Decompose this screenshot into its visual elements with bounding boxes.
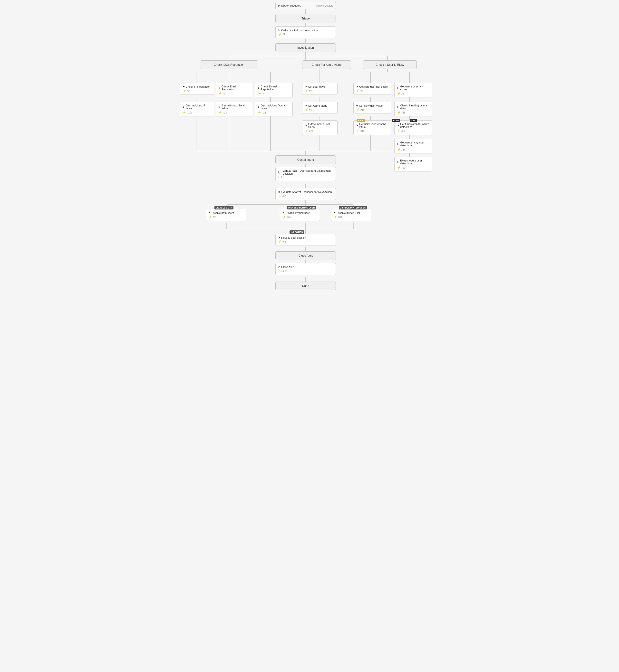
get-upn-lightning: ⚡ [305,89,308,92]
close-alert-node[interactable]: ➤ Close Alert ⚡ #33 [275,263,336,275]
get-azure-risky-detections-node[interactable]: ➤ Get Azure risky user detections ⚡ #16 [394,139,432,153]
check-user-risky-label: Check if User Is Risky [375,63,404,67]
disable-inviting-node[interactable]: ➤ Disable inviting user ⚡ #35 [280,209,320,221]
get-azure-risk-node[interactable]: ➤ Get Azure user risk score ⚡ #8 [394,83,432,97]
disable-invited-badge: DISABLE INVITED USER [339,206,367,210]
disable-invited-icon: ➤ [334,211,336,214]
triage-label: Triage [301,17,310,20]
revoke-session-icon: ➤ [278,236,280,239]
get-azure-alerts-node[interactable]: ➤ Get Azure alerts ⚡ #10 [302,102,338,114]
done-node[interactable]: Done [275,282,336,290]
extract-azure-detections-node[interactable]: ➤ Extract Azure user detections ⚡ #20 [394,157,432,171]
get-mal-domain-lightning: ⚡ [258,111,261,114]
trigger-label: Playbook Triggered [278,4,301,7]
no-action-badge: NO ACTION [289,230,304,234]
revoke-session-lightning: ⚡ [278,240,282,243]
check-iocs-node[interactable]: Check IOCs Reputation [200,60,258,69]
extract-azure-det-lightning: ⚡ [397,166,401,169]
get-timestamp-node[interactable]: ➤ Get timestamp for Azure detections ⚡ #… [394,120,432,135]
get-risky-value-icon: ◆ [356,104,358,107]
revoke-session-node[interactable]: ➤ Revoke user session ⚡ #38 [275,234,336,246]
get-malicious-ip-node[interactable]: ➤ Get malicious IP value ⚡ #20b [180,102,214,117]
disable-invited-lightning: ⚡ [334,215,337,219]
check-azure-alerts-node[interactable]: Check For Azure Alerts [302,60,351,69]
get-core-risk-node[interactable]: ➤ Get core user risk score ⚡ #7 [353,83,391,95]
check-domain-lightning: ⚡ [258,92,261,95]
check-email-node[interactable]: ➤ Check Email Reputation ⚡ #3 [216,83,252,97]
get-azure-risk-icon: ➤ [397,86,399,90]
trigger-links[interactable]: Inputs / Outputs [316,4,333,7]
check-azure-alerts-label: Check For Azure Alerts [312,63,342,67]
triage-node[interactable]: Triage [275,14,336,23]
evaluate-lightning: ⚡ [278,194,282,198]
disable-both-icon: ➤ [209,211,211,214]
get-malicious-email-node[interactable]: ➤ Get malicious Email value ⚡ #13 [216,102,252,117]
collect-node[interactable]: ➤ Collect invited user information ⚡ #1 [275,26,336,38]
get-risky-reasons-lightning: ⚡ [356,129,360,133]
check-iocs-label: Check IOCs Reputation [214,63,245,67]
get-azure-alerts-lightning: ⚡ [305,108,308,111]
manual-task-node[interactable]: 💬 Manual Task - User Account Disablement… [275,167,336,181]
close-alert-group-label: Close Alert [298,254,313,257]
disable-both-node[interactable]: ➤ Disable both users ⚡ #26 [206,209,246,221]
extract-azure-alerts-node[interactable]: ➤ Extract Azure user alerts ⚡ #21 [302,120,338,135]
get-mal-domain-icon: ➤ [258,105,260,108]
check-inviting-risky-node[interactable]: ➤ Check if inviting user is risky ⚡ #19 [394,102,432,117]
connections-svg [178,0,441,672]
check-inviting-risky-icon: ➤ [397,105,399,108]
get-core-risk-icon: ➤ [356,85,358,88]
get-risky-reasons-node[interactable]: ➤ Get risky user reasons value ⚡ #18 [353,120,391,135]
evaluate-icon: ◆ [278,190,280,194]
playbook-canvas: Playbook Triggered Inputs / Outputs Tria… [178,0,441,672]
disable-invited-node[interactable]: ➤ Disable invited user ⚡ #34 [331,209,371,221]
disable-both-badge: DISABLE BOTH [214,206,233,210]
extract-azure-det-icon: ➤ [397,160,399,164]
collect-lightning: ⚡ [278,32,282,36]
disable-inviting-badge: DISABLE INVITING USER [287,206,316,210]
containment-label: Containment [297,158,314,161]
get-timestamp-icon: ➤ [397,124,399,127]
get-core-risk-lightning: ⚡ [356,89,360,92]
evaluate-node[interactable]: ◆ Evaluate Analyst Response for Next Act… [275,188,336,200]
check-domain-node[interactable]: ➤ Check Domain Reputation ⚡ #4 [255,83,293,97]
containment-node[interactable]: Containment [275,155,336,164]
manual-task-icon: 💬 [278,171,281,174]
close-alert-icon: ➤ [278,265,280,269]
extract-azure-alerts-lightning: ⚡ [305,129,308,133]
trigger-node[interactable]: Playbook Triggered Inputs / Outputs [275,2,336,9]
get-azure-alerts-icon: ➤ [305,104,307,107]
get-risky-reasons-icon: ➤ [356,124,358,127]
collect-icon: ➤ [278,28,280,32]
check-user-risky-node[interactable]: Check if User Is Risky [363,60,417,69]
investigation-node[interactable]: Investigation [275,43,336,52]
high-badge: HIGH [357,119,365,122]
else-badge: ELSE [392,119,400,122]
collect-title: ➤ Collect invited user information [278,28,333,32]
get-mal-email-icon: ➤ [218,105,220,108]
get-azure-risky-det-lightning: ⚡ [397,148,401,151]
disable-inviting-icon: ➤ [282,211,285,214]
get-user-upn-node[interactable]: ➤ Get user UPN ⚡ #22 [302,83,338,95]
check-ip-node[interactable]: ➤ Check IP Reputation ⚡ #2 [180,83,214,95]
get-malicious-domain-node[interactable]: ➤ Get malicious Domain value ⚡ #23 [255,102,293,117]
check-domain-icon: ➤ [258,86,260,90]
disable-both-lightning: ⚡ [209,215,212,219]
done-label: Done [302,284,309,288]
get-mal-ip-icon: ➤ [183,105,185,108]
check-email-lightning: ⚡ [218,92,222,95]
get-azure-risk-lightning: ⚡ [397,92,401,95]
get-azure-risky-det-icon: ➤ [397,143,399,146]
close-alert-group-node[interactable]: Close Alert [275,251,336,260]
disable-inviting-lightning: ⚡ [282,215,286,219]
check-inviting-risky-lightning: ⚡ [397,111,401,114]
extract-azure-alerts-icon: ➤ [305,124,307,127]
close-alert-lightning: ⚡ [278,270,282,273]
get-mal-email-lightning: ⚡ [218,111,222,114]
check-ip-lightning: ⚡ [183,89,186,92]
yes-badge: YES [410,119,417,122]
check-ip-icon: ➤ [183,85,185,88]
get-risky-value-node[interactable]: ◆ Get risky user value ⚡ #15 [353,102,391,114]
get-risky-value-lightning: ⚡ [356,108,360,111]
get-timestamp-lightning: ⚡ [397,129,401,133]
get-mal-ip-lightning: ⚡ [183,111,186,114]
